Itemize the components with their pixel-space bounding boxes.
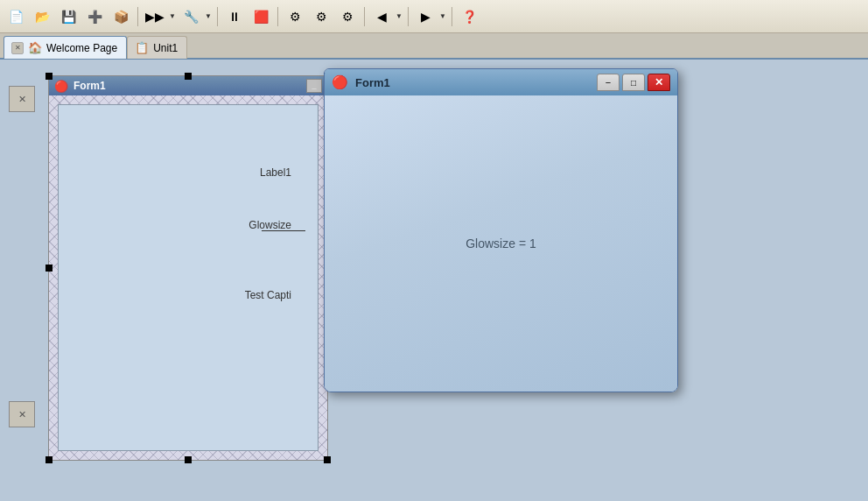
separator-5: [408, 7, 409, 26]
canvas-title-controls: _: [306, 79, 322, 93]
float-content-text: Glowsize = 1: [466, 236, 536, 250]
float-close-button[interactable]: ✕: [648, 74, 670, 91]
canvas-form-title: Form1: [74, 80, 106, 92]
separator-4: [364, 7, 365, 26]
build-dropdown-arrow[interactable]: ▼: [204, 4, 213, 29]
canvas-restore-btn[interactable]: _: [306, 79, 322, 93]
toolbar: 📄 📂 💾 ➕ 📦 ▶▶ ▼ 🔧 ▼ ⏸ 🟥 ⚙ ⚙ ⚙ ◀ ▼ ▶ ▼ ❓: [0, 0, 868, 33]
design-label1: Label1: [260, 166, 291, 179]
left-handle-top[interactable]: ✕: [9, 86, 35, 112]
float-minimize-button[interactable]: −: [597, 74, 620, 91]
float-body: Glowsize = 1: [325, 95, 677, 392]
float-maximize-button[interactable]: □: [622, 74, 645, 91]
design-glowsize-line: [262, 230, 305, 231]
back-button[interactable]: ◀: [369, 4, 394, 29]
run-button[interactable]: ▶▶: [143, 4, 167, 29]
run-dropdown-arrow[interactable]: ▼: [168, 4, 177, 29]
canvas-resize-handle-br[interactable]: [324, 456, 331, 463]
separator-3: [277, 7, 278, 26]
tab-unit1[interactable]: 📋 Unit1: [127, 36, 187, 59]
left-handle-bottom-icon: ✕: [18, 409, 26, 420]
step1-button[interactable]: ⚙: [283, 4, 307, 29]
build-dropdown: 🔧 ▼: [178, 4, 213, 29]
tab-bar: ✕ 🏠 Welcome Page 📋 Unit1: [0, 33, 868, 60]
run-dropdown: ▶▶ ▼: [143, 4, 177, 29]
float-ctrl-group: − □ ✕: [597, 74, 670, 91]
left-handle-bottom[interactable]: ✕: [9, 401, 35, 427]
fwd-dropdown: ▶ ▼: [413, 4, 447, 29]
design-glowsize: Glowsize: [248, 219, 291, 231]
float-title-bar: 🔴 Form1 − □ ✕: [325, 69, 677, 95]
tab-welcome-page[interactable]: ✕ 🏠 Welcome Page: [4, 36, 127, 59]
separator-2: [217, 7, 218, 26]
add-button[interactable]: ➕: [82, 4, 107, 29]
fwd-dropdown-arrow[interactable]: ▼: [438, 4, 447, 29]
build-button[interactable]: 🔧: [178, 4, 203, 29]
back-dropdown: ◀ ▼: [369, 4, 403, 29]
forward-button[interactable]: ▶: [413, 4, 438, 29]
deploy-button[interactable]: 📦: [108, 4, 133, 29]
canvas-title-icon: 🔴: [54, 80, 68, 93]
float-form-window: 🔴 Form1 − □ ✕ Glowsize = 1: [324, 68, 678, 392]
design-surface[interactable]: Label1 Glowsize Test Capti: [49, 95, 327, 460]
new-button[interactable]: 📄: [4, 4, 28, 29]
canvas-resize-handle-tl[interactable]: [46, 73, 52, 80]
back-dropdown-arrow[interactable]: ▼: [395, 4, 403, 29]
form-inner-surface: Label1 Glowsize Test Capti: [58, 104, 318, 451]
tab-close-welcome[interactable]: ✕: [11, 42, 24, 54]
save-button[interactable]: 💾: [56, 4, 80, 29]
canvas-resize-handle-bm[interactable]: [185, 456, 192, 463]
float-title-text: Form1: [355, 76, 590, 89]
open-button[interactable]: 📂: [30, 4, 54, 29]
main-area: ✕ ✕ 🔴 Form1 _ Label1 Glowsize Test Capti: [0, 60, 868, 501]
separator-6: [452, 7, 452, 26]
stop-button[interactable]: 🟥: [248, 4, 273, 29]
design-testcaption: Test Capti: [245, 289, 291, 301]
step2-button[interactable]: ⚙: [309, 4, 333, 29]
help-button[interactable]: ❓: [457, 4, 481, 29]
pause-button[interactable]: ⏸: [222, 4, 247, 29]
separator-1: [137, 7, 138, 26]
left-handle-top-icon: ✕: [18, 94, 26, 105]
tab-icon-welcome: 🏠: [28, 41, 42, 54]
step3-button[interactable]: ⚙: [335, 4, 360, 29]
canvas-resize-handle-bl[interactable]: [46, 456, 52, 463]
tab-icon-unit1: 📋: [135, 41, 149, 54]
design-canvas: 🔴 Form1 _ Label1 Glowsize Test Capti: [48, 75, 328, 461]
canvas-resize-handle-tm[interactable]: [185, 73, 192, 80]
tab-label-unit1: Unit1: [153, 42, 178, 54]
float-title-icon: 🔴: [332, 74, 348, 90]
canvas-resize-handle-ml[interactable]: [46, 265, 52, 272]
tab-label-welcome: Welcome Page: [46, 42, 117, 54]
